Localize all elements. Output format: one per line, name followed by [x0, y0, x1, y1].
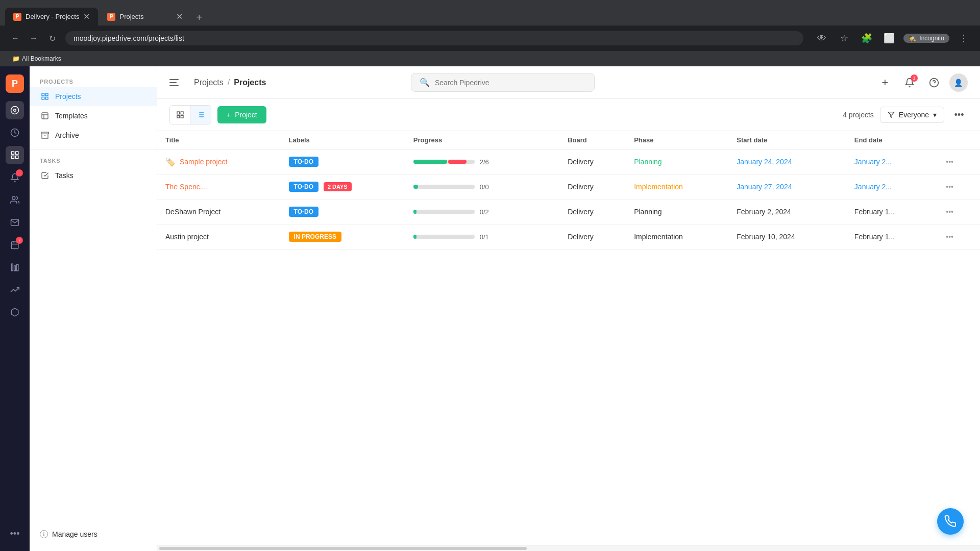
manage-users-label: Manage users — [52, 530, 97, 538]
toolbar: + Project 4 projects Everyone ▾ ••• — [157, 99, 980, 131]
row4-phase: Implementation — [634, 233, 683, 241]
nav-icon-mail[interactable] — [6, 213, 24, 232]
row1-actions-cell: ••• — [936, 149, 964, 174]
nav-icon-inventory[interactable] — [6, 303, 24, 321]
nav-icon-trending[interactable] — [6, 281, 24, 299]
nav-buttons: ← → ↻ — [8, 31, 59, 45]
nav-icon-projects[interactable] — [6, 146, 24, 164]
tab-close-2[interactable]: ✕ — [176, 12, 183, 21]
row3-start-date-cell: February 2, 2024 — [728, 199, 846, 224]
new-tab-button[interactable]: + — [191, 10, 207, 26]
nav-icon-notifications[interactable] — [6, 168, 24, 187]
browser-actions: 👁 ☆ 🧩 ⬜ 🕵 Incognito ⋮ — [814, 30, 972, 46]
tab-delivery-projects[interactable]: P Delivery - Projects ✕ — [5, 8, 98, 26]
all-bookmarks[interactable]: 📁 All Bookmarks — [8, 54, 65, 63]
nav-icon-more[interactable]: ••• — [6, 524, 24, 543]
row1-progress-bar — [413, 160, 475, 164]
row2-title-link[interactable]: The Spenc.... — [165, 183, 208, 191]
incognito-icon: 🕵 — [909, 35, 916, 42]
user-avatar[interactable]: 👤 — [949, 73, 968, 92]
nav-icon-deals[interactable] — [6, 123, 24, 142]
incognito-badge: 🕵 Incognito — [903, 34, 949, 43]
bookmark-folder-icon: 📁 — [12, 55, 20, 62]
toolbar-right: 4 projects Everyone ▾ ••• — [843, 106, 968, 123]
hamburger-menu[interactable] — [169, 74, 186, 91]
horizontal-scrollbar[interactable] — [157, 545, 980, 551]
row1-progress-count: 2/6 — [480, 158, 495, 166]
eyedropper-button[interactable]: 👁 — [814, 30, 830, 46]
svg-rect-25 — [181, 112, 183, 114]
table-row: DeShawn Project TO-DO 0/2 — [157, 199, 980, 224]
row3-progress-bar — [413, 210, 475, 214]
notification-count-badge: 1 — [911, 74, 918, 82]
svg-rect-6 — [16, 156, 18, 159]
row2-more-button[interactable]: ••• — [944, 181, 955, 193]
sidebar-item-tasks[interactable]: Tasks — [30, 166, 157, 185]
row2-progress-bar — [413, 185, 475, 189]
help-fab[interactable] — [937, 508, 964, 535]
app-logo[interactable]: P — [6, 74, 24, 93]
address-bar: ← → ↻ 👁 ☆ 🧩 ⬜ 🕵 Incognito ⋮ — [0, 26, 980, 51]
table-body: 🏷️ Sample project TO-DO — [157, 149, 980, 249]
row1-extra-cell — [964, 149, 980, 174]
table-row: The Spenc.... TO-DO 2 DAYS — [157, 174, 980, 199]
back-button[interactable]: ← — [8, 31, 22, 45]
row3-phase: Planning — [634, 208, 662, 216]
nav-icon-stats[interactable] — [6, 258, 24, 277]
row1-start-date-cell: January 24, 2024 — [728, 149, 846, 174]
sidebar-item-projects[interactable]: Projects — [30, 87, 157, 106]
manage-users-button[interactable]: ℹ Manage users — [30, 525, 157, 543]
view-toggle — [169, 105, 211, 124]
row1-title-link[interactable]: Sample project — [180, 158, 227, 166]
scrollbar-thumb[interactable] — [159, 547, 527, 550]
row3-title[interactable]: DeShawn Project — [165, 208, 220, 216]
col-start-date: Start date — [728, 131, 846, 149]
forward-button[interactable]: → — [27, 31, 41, 45]
more-options-button[interactable]: ••• — [950, 106, 968, 123]
row1-title-cell: 🏷️ Sample project — [157, 149, 281, 174]
row4-end-date: February 1... — [854, 233, 895, 241]
breadcrumb-parent[interactable]: Projects — [194, 78, 224, 87]
list-view-button[interactable] — [190, 106, 211, 124]
row1-board-cell: Delivery — [559, 149, 626, 174]
add-project-button[interactable]: + Project — [217, 106, 266, 123]
filter-button[interactable]: Everyone ▾ — [880, 107, 944, 123]
nav-icon-contacts[interactable] — [6, 191, 24, 209]
nav-icon-calendar[interactable]: 7 — [6, 236, 24, 254]
row3-actions-cell: ••• — [936, 199, 964, 224]
sidebar-item-archive[interactable]: Archive — [30, 126, 157, 145]
filter-label: Everyone — [899, 111, 929, 119]
notifications-button[interactable]: 1 — [900, 73, 919, 92]
col-board: Board — [559, 131, 626, 149]
refresh-button[interactable]: ↻ — [45, 31, 59, 45]
help-button[interactable] — [925, 73, 943, 92]
bookmarks-label: All Bookmarks — [22, 55, 61, 62]
row4-more-button[interactable]: ••• — [944, 231, 955, 243]
app: P 7 •• — [0, 66, 980, 551]
url-bar[interactable] — [65, 31, 803, 45]
row4-end-date-cell: February 1... — [846, 224, 936, 249]
tab-projects[interactable]: P Projects ✕ — [99, 8, 191, 26]
sidebar-button[interactable]: ⬜ — [881, 30, 897, 46]
row4-progress-cell: 0/1 — [405, 224, 559, 249]
global-add-button[interactable]: + — [876, 73, 894, 92]
row4-start-date-cell: February 10, 2024 — [728, 224, 846, 249]
svg-rect-17 — [42, 97, 44, 99]
board-view-button[interactable] — [170, 106, 190, 124]
svg-rect-19 — [42, 113, 48, 119]
bookmark-button[interactable]: ☆ — [836, 30, 852, 46]
svg-rect-16 — [45, 93, 48, 96]
tab-close-1[interactable]: ✕ — [83, 12, 90, 21]
search-input[interactable] — [435, 79, 586, 87]
profile-button[interactable]: ⋮ — [955, 30, 972, 46]
row2-end-date-cell: January 2... — [846, 174, 936, 199]
notification-badge — [16, 169, 23, 177]
row3-more-button[interactable]: ••• — [944, 206, 955, 218]
extension-button[interactable]: 🧩 — [859, 30, 875, 46]
row4-title[interactable]: Austin project — [165, 233, 209, 241]
row1-more-button[interactable]: ••• — [944, 156, 955, 168]
svg-rect-27 — [181, 115, 183, 118]
nav-icon-home[interactable] — [6, 101, 24, 119]
row4-actions-cell: ••• — [936, 224, 964, 249]
sidebar-item-templates[interactable]: Templates — [30, 106, 157, 126]
